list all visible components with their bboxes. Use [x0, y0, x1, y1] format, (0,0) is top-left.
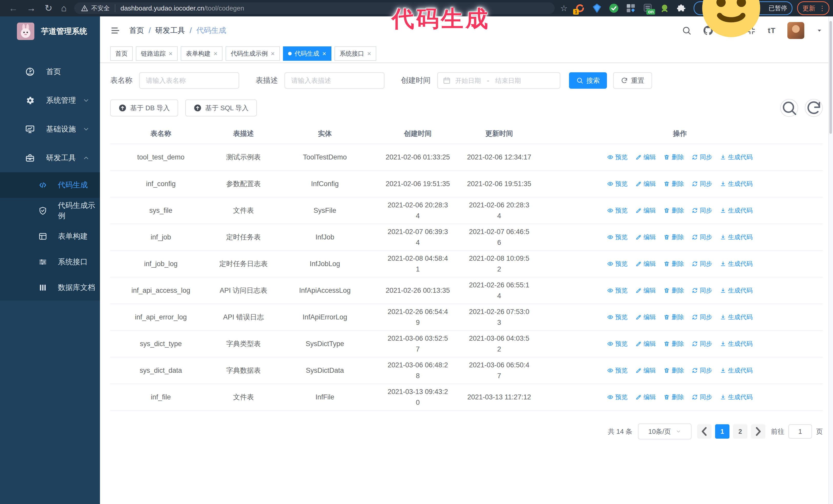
home-button[interactable]: ⌂: [61, 0, 67, 17]
avatar-caret-down-icon[interactable]: [816, 27, 823, 34]
action-edit[interactable]: 编辑: [635, 366, 656, 375]
action-preview[interactable]: 预览: [607, 233, 628, 241]
goto-page-input[interactable]: [788, 424, 812, 439]
action-delete[interactable]: 删除: [664, 340, 684, 348]
table-desc-input[interactable]: [285, 72, 384, 89]
extensions-puzzle-icon[interactable]: [676, 3, 687, 14]
action-generate[interactable]: 生成代码: [720, 286, 753, 294]
sidebar-item-codegen-example[interactable]: 代码生成示例: [0, 198, 100, 223]
extension-green-check-icon[interactable]: [609, 3, 619, 14]
action-generate[interactable]: 生成代码: [720, 180, 753, 188]
scrollbar-thumb[interactable]: [829, 21, 832, 134]
breadcrumb-item-devtools[interactable]: 研发工具: [155, 25, 185, 35]
action-preview[interactable]: 预览: [607, 286, 628, 294]
action-delete[interactable]: 删除: [664, 153, 684, 161]
user-avatar[interactable]: [787, 22, 804, 39]
back-button[interactable]: ←: [9, 0, 18, 17]
action-generate[interactable]: 生成代码: [720, 340, 753, 348]
sidebar-item-system[interactable]: 系统管理: [0, 86, 100, 115]
action-sync[interactable]: 同步: [692, 313, 712, 321]
pagination-prev[interactable]: [697, 424, 712, 439]
action-delete[interactable]: 删除: [664, 207, 684, 215]
action-sync[interactable]: 同步: [692, 286, 712, 294]
tab-codegen-example[interactable]: 代码生成示例×: [225, 46, 280, 61]
close-icon[interactable]: ×: [367, 50, 371, 57]
action-delete[interactable]: 删除: [664, 233, 684, 241]
action-sync[interactable]: 同步: [692, 233, 712, 241]
action-preview[interactable]: 预览: [607, 260, 628, 268]
extension-green-sprite-icon[interactable]: [659, 3, 670, 14]
breadcrumb-item-home[interactable]: 首页: [129, 25, 144, 35]
profile-paused-chip[interactable]: 已暂停: [694, 1, 792, 15]
action-generate[interactable]: 生成代码: [720, 233, 753, 241]
reset-button[interactable]: 重置: [613, 72, 652, 89]
action-generate[interactable]: 生成代码: [720, 393, 753, 401]
action-preview[interactable]: 预览: [607, 207, 628, 215]
action-edit[interactable]: 编辑: [635, 207, 656, 215]
action-generate[interactable]: 生成代码: [720, 366, 753, 375]
extension-grid-icon[interactable]: [625, 3, 636, 14]
toggle-search-button[interactable]: [780, 99, 798, 117]
sidebar-logo[interactable]: 芋道管理系统: [0, 17, 100, 46]
close-icon[interactable]: ×: [214, 50, 217, 57]
action-sync[interactable]: 同步: [692, 153, 712, 161]
action-sync[interactable]: 同步: [692, 260, 712, 268]
browser-menu-icon[interactable]: ⋮: [819, 6, 826, 10]
action-delete[interactable]: 删除: [664, 260, 684, 268]
action-delete[interactable]: 删除: [664, 313, 684, 321]
action-edit[interactable]: 编辑: [635, 286, 656, 294]
action-preview[interactable]: 预览: [607, 153, 628, 161]
bookmark-star-icon[interactable]: ☆: [560, 3, 568, 13]
tab-system-api[interactable]: 系统接口×: [334, 46, 376, 61]
sidebar-item-devtools[interactable]: 研发工具: [0, 144, 100, 172]
sidebar-item-codegen[interactable]: 代码生成: [0, 172, 100, 198]
action-sync[interactable]: 同步: [692, 366, 712, 375]
extension-switch-icon[interactable]: on: [642, 3, 653, 14]
action-preview[interactable]: 预览: [607, 313, 628, 321]
action-edit[interactable]: 编辑: [635, 233, 656, 241]
sidebar-item-system-api[interactable]: 系统接口: [0, 249, 100, 275]
action-sync[interactable]: 同步: [692, 393, 712, 401]
sidebar-item-home[interactable]: 首页: [0, 57, 100, 86]
page-size-select[interactable]: 10条/页: [638, 424, 691, 439]
sidebar-item-form-builder[interactable]: 表单构建: [0, 223, 100, 249]
action-edit[interactable]: 编辑: [635, 340, 656, 348]
font-size-icon[interactable]: tT: [768, 26, 776, 35]
action-generate[interactable]: 生成代码: [720, 153, 753, 161]
forward-button[interactable]: →: [27, 0, 36, 17]
tab-home[interactable]: 首页: [110, 46, 133, 61]
sidebar-item-db-doc[interactable]: 数据库文档: [0, 275, 100, 301]
action-sync[interactable]: 同步: [692, 207, 712, 215]
tab-codegen[interactable]: 代码生成×: [283, 46, 331, 61]
action-generate[interactable]: 生成代码: [720, 260, 753, 268]
create-time-range-picker[interactable]: 开始日期 - 结束日期: [437, 72, 560, 89]
action-delete[interactable]: 删除: [664, 286, 684, 294]
close-icon[interactable]: ×: [271, 50, 275, 57]
action-preview[interactable]: 预览: [607, 366, 628, 375]
close-icon[interactable]: ×: [323, 50, 326, 57]
action-generate[interactable]: 生成代码: [720, 207, 753, 215]
chrome-update-button[interactable]: 更新 ⋮: [797, 1, 829, 15]
action-preview[interactable]: 预览: [607, 340, 628, 348]
action-edit[interactable]: 编辑: [635, 153, 656, 161]
search-icon[interactable]: [682, 26, 691, 35]
reload-button[interactable]: ↻: [45, 0, 52, 17]
action-sync[interactable]: 同步: [692, 180, 712, 188]
pagination-page-1[interactable]: 1: [715, 424, 730, 439]
search-button[interactable]: 搜索: [569, 72, 607, 89]
extension-gem-icon[interactable]: [592, 3, 602, 14]
extension-orange-icon[interactable]: 1: [575, 3, 586, 14]
pagination-page-2[interactable]: 2: [733, 424, 747, 439]
action-preview[interactable]: 预览: [607, 180, 628, 188]
action-preview[interactable]: 预览: [607, 393, 628, 401]
import-sql-button[interactable]: 基于 SQL 导入: [185, 99, 257, 116]
action-edit[interactable]: 编辑: [635, 180, 656, 188]
action-edit[interactable]: 编辑: [635, 313, 656, 321]
import-db-button[interactable]: 基于 DB 导入: [110, 99, 178, 116]
action-edit[interactable]: 编辑: [635, 393, 656, 401]
sidebar-item-infra[interactable]: 基础设施: [0, 115, 100, 144]
tab-form-builder[interactable]: 表单构建×: [181, 46, 222, 61]
action-delete[interactable]: 删除: [664, 366, 684, 375]
action-delete[interactable]: 删除: [664, 180, 684, 188]
page-scrollbar[interactable]: [828, 17, 833, 504]
